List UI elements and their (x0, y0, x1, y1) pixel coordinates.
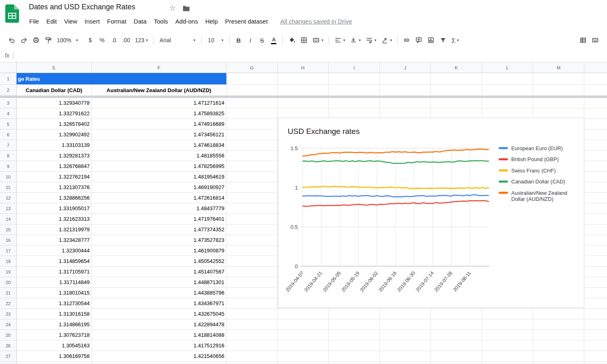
row-header-8[interactable]: 8 (0, 151, 17, 161)
cell-E13[interactable]: 1.331905017 (17, 203, 92, 214)
cell-J3[interactable] (380, 98, 431, 108)
cell-G27[interactable] (226, 351, 278, 362)
row-header-13[interactable]: 13 (0, 203, 17, 214)
cell-N25[interactable] (584, 330, 607, 340)
cell-E7[interactable]: 1.33103139 (17, 140, 92, 151)
row-header-27[interactable]: 27 (0, 351, 17, 362)
cell-H1[interactable] (278, 73, 329, 85)
more-formats-button[interactable]: 123▾ (133, 35, 149, 45)
row-header-16[interactable]: 16 (0, 235, 17, 246)
legend-label-european-euro-eur[interactable]: European Euro (EUR) (511, 145, 563, 151)
chart-card[interactable]: USD Exchange rates 00.511.52019-04-07201… (278, 118, 584, 308)
cell-N26[interactable] (584, 340, 607, 351)
cell-F17[interactable]: 1.461900879 (92, 246, 226, 256)
cell-E14[interactable]: 1.321623313 (17, 214, 92, 224)
row-header-22[interactable]: 22 (0, 298, 17, 309)
column-header-partial[interactable] (584, 62, 607, 73)
row-header-14[interactable]: 14 (0, 214, 17, 224)
cell-N27[interactable] (584, 351, 607, 362)
cell-E9[interactable]: 1.326768847 (17, 161, 92, 172)
column-header-K[interactable]: K (431, 62, 482, 73)
cell-F9[interactable]: 1.478256995 (92, 161, 226, 172)
format-as-percent-button[interactable]: % (97, 35, 107, 45)
cell-G18[interactable] (226, 256, 278, 267)
cell-F18[interactable]: 1.450542552 (92, 256, 226, 267)
cell-G16[interactable] (226, 235, 278, 246)
cell-N23[interactable] (584, 309, 607, 319)
menu-item-insert[interactable]: Insert (81, 17, 103, 26)
cell-N11[interactable] (584, 182, 607, 193)
row-header-2[interactable]: 2 (0, 85, 17, 96)
cell-K23[interactable] (431, 309, 482, 319)
row-header-18[interactable]: 18 (0, 256, 17, 267)
cell-M1[interactable] (533, 73, 584, 85)
cell-N22[interactable] (584, 298, 607, 309)
italic-button[interactable]: I (245, 35, 255, 45)
cell-E11[interactable]: 1.321307376 (17, 182, 92, 193)
cell-G1[interactable] (226, 73, 278, 85)
column-header-J[interactable]: J (380, 62, 431, 73)
legend-swatch-australian-new-zealand-dollar-aud-nzd[interactable] (499, 192, 508, 194)
cell-I26[interactable] (329, 340, 380, 351)
cell-E15[interactable]: 1.321319979 (17, 224, 92, 235)
cell-M27[interactable] (533, 351, 584, 362)
cell-F16[interactable]: 1.473527823 (92, 235, 226, 246)
cell-N7[interactable] (584, 140, 607, 151)
vertical-align-button[interactable]: ▾ (348, 35, 362, 45)
legend-swatch-british-pound-gbp[interactable] (499, 158, 508, 160)
cell-M[interactable] (533, 362, 584, 364)
cell-N4[interactable] (584, 108, 607, 119)
cell-G24[interactable] (226, 319, 278, 330)
cell-E22[interactable]: 1.312730544 (17, 298, 92, 309)
cell-I24[interactable] (329, 319, 380, 330)
cell-K2[interactable] (431, 85, 482, 96)
cell-H24[interactable] (278, 319, 329, 330)
redo-button[interactable] (19, 35, 29, 45)
cell-K25[interactable] (431, 330, 482, 340)
cell-G23[interactable] (226, 309, 278, 319)
cell-N15[interactable] (584, 224, 607, 235)
cell-E2[interactable]: Canadian Dollar (CAD) (17, 85, 92, 96)
cell-G6[interactable] (226, 129, 278, 140)
cell-F23[interactable]: 1.432675045 (92, 309, 226, 319)
cell-I27[interactable] (329, 351, 380, 362)
cell-G[interactable] (226, 362, 278, 364)
cell-H3[interactable] (278, 98, 329, 108)
cell-G17[interactable] (226, 246, 278, 256)
cell-G2[interactable] (226, 85, 278, 96)
title-cell[interactable]: ge Rates (17, 73, 226, 85)
cell-K24[interactable] (431, 319, 482, 330)
menu-item-edit[interactable]: Edit (43, 17, 60, 26)
cell-E4[interactable]: 1.332791622 (17, 108, 92, 119)
cell-E[interactable] (17, 362, 92, 364)
cell-E25[interactable]: 1.307623718 (17, 330, 92, 340)
column-header-F[interactable]: F (92, 62, 226, 73)
horizontal-align-button[interactable]: ▾ (333, 35, 347, 45)
row-header-19[interactable]: 19 (0, 267, 17, 277)
functions-button[interactable]: Σ▾ (450, 35, 461, 45)
cell-N17[interactable] (584, 246, 607, 256)
cell-E18[interactable]: 1.314859654 (17, 256, 92, 267)
document-title[interactable]: Dates and USD Exchange Rates (29, 3, 135, 11)
legend-label-australian-new-zealand-dollar-aud-nzd[interactable]: Australian/New Zealand (511, 190, 567, 196)
menu-item-add-ons[interactable]: Add-ons (172, 17, 202, 26)
cell-F27[interactable]: 1.421540656 (92, 351, 226, 362)
cell-F11[interactable]: 1.469190927 (92, 182, 226, 193)
cell-G9[interactable] (226, 161, 278, 172)
cell-E8[interactable]: 1.329281373 (17, 151, 92, 161)
legend-label-australian-new-zealand-dollar-aud-nzd[interactable]: Dollar (AUD/NZD) (511, 196, 553, 202)
cell-I2[interactable] (329, 85, 380, 96)
cell-K27[interactable] (431, 351, 482, 362)
column-header-G[interactable]: G (226, 62, 278, 73)
cell-K[interactable] (431, 362, 482, 364)
column-header-I[interactable]: I (329, 62, 380, 73)
cell-L27[interactable] (482, 351, 533, 362)
row-header-17[interactable]: 17 (0, 246, 17, 256)
insert-comment-button[interactable] (413, 35, 424, 45)
cell-N19[interactable] (584, 267, 607, 277)
select-all-corner[interactable] (0, 62, 17, 73)
cell-E6[interactable]: 1.329902492 (17, 129, 92, 140)
menu-item-tools[interactable]: Tools (150, 17, 172, 26)
cell-L1[interactable] (482, 73, 533, 85)
cell-L26[interactable] (482, 340, 533, 351)
